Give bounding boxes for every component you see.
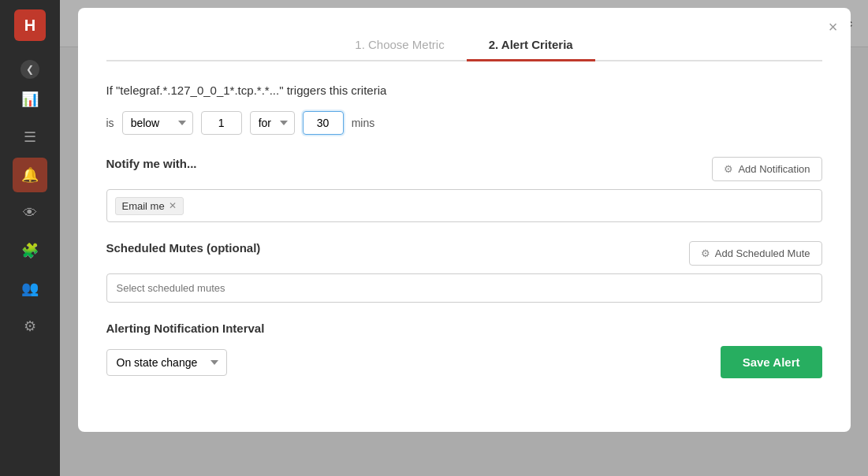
- interval-select[interactable]: On state change Every 5 mins Every 15 mi…: [106, 349, 227, 376]
- add-notification-button[interactable]: ⚙ Add Notification: [712, 157, 821, 181]
- sidebar-item-chart[interactable]: 📊: [13, 82, 47, 117]
- gear-icon: ⚙: [724, 163, 733, 175]
- sidebar-collapse-button[interactable]: ❮: [20, 60, 39, 79]
- condition-select[interactable]: below above equal to: [122, 111, 193, 135]
- notify-title: Notify me with...: [106, 157, 197, 170]
- mutes-title: Scheduled Mutes (optional): [106, 241, 261, 255]
- add-scheduled-mute-button[interactable]: ⚙ Add Scheduled Mute: [689, 241, 822, 266]
- notify-tag-input[interactable]: Email me ✕: [106, 189, 822, 222]
- criteria-row: is below above equal to for mins: [106, 111, 822, 135]
- notify-header: Notify me with... ⚙ Add Notification: [106, 157, 822, 181]
- is-label: is: [106, 117, 114, 129]
- save-alert-button[interactable]: Save Alert: [721, 346, 822, 378]
- sidebar-logo: H: [14, 9, 46, 41]
- tab-choose-metric[interactable]: 1. Choose Metric: [333, 30, 466, 61]
- main-content: Upgrade 📄 Docs 💬 Support Admin impersona…: [60, 0, 868, 476]
- modal-overlay: × 1. Choose Metric 2. Alert Criteria If …: [60, 0, 868, 476]
- sidebar-item-bell[interactable]: 🔔: [13, 158, 47, 192]
- modal-close-button[interactable]: ×: [829, 19, 838, 35]
- interval-row: On state change Every 5 mins Every 15 mi…: [106, 346, 822, 378]
- tag-label: Email me: [122, 200, 165, 212]
- mutes-gear-icon: ⚙: [701, 247, 710, 259]
- tag-remove-button[interactable]: ✕: [169, 201, 177, 210]
- interval-section: Alerting Notification Interval On state …: [106, 322, 822, 378]
- sidebar: H ❮ 📊 ☰ 🔔 👁 🧩 👥 ⚙: [0, 0, 60, 476]
- criteria-headline: If "telegraf.*.127_0_0_1*.tcp.*.*..." tr…: [106, 84, 822, 97]
- sidebar-item-settings[interactable]: ⚙: [13, 309, 47, 344]
- sidebar-item-bars[interactable]: ☰: [13, 120, 47, 154]
- email-me-tag: Email me ✕: [115, 197, 184, 215]
- for-select[interactable]: for: [250, 111, 295, 135]
- scheduled-mutes-input[interactable]: [106, 273, 822, 303]
- sidebar-item-puzzle[interactable]: 🧩: [13, 233, 47, 268]
- number-input[interactable]: [201, 111, 242, 135]
- sidebar-item-eye[interactable]: 👁: [13, 195, 47, 230]
- notify-section: Notify me with... ⚙ Add Notification Ema…: [106, 157, 822, 222]
- minutes-input[interactable]: [303, 111, 344, 135]
- mutes-header: Scheduled Mutes (optional) ⚙ Add Schedul…: [106, 241, 822, 266]
- alert-criteria-modal: × 1. Choose Metric 2. Alert Criteria If …: [78, 8, 851, 432]
- sidebar-item-users[interactable]: 👥: [13, 271, 47, 306]
- mutes-section: Scheduled Mutes (optional) ⚙ Add Schedul…: [106, 241, 822, 303]
- interval-title: Alerting Notification Interval: [106, 322, 822, 335]
- interval-select-wrap: On state change Every 5 mins Every 15 mi…: [106, 349, 227, 376]
- mins-label: mins: [352, 117, 375, 129]
- modal-tabs: 1. Choose Metric 2. Alert Criteria: [106, 30, 822, 61]
- tab-alert-criteria[interactable]: 2. Alert Criteria: [467, 30, 595, 61]
